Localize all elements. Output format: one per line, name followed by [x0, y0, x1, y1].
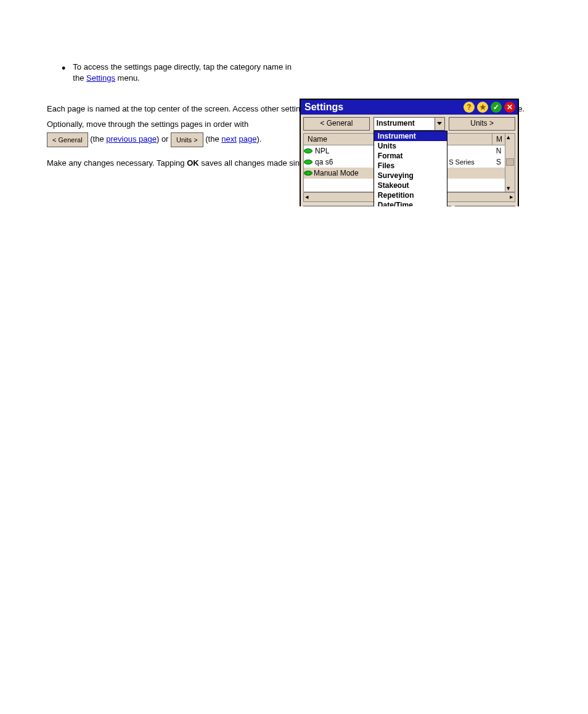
- dropdown-item[interactable]: Surveying: [374, 171, 447, 181]
- dropdown-item[interactable]: Stakeout: [374, 181, 447, 190]
- bullet-tail: menu.: [115, 73, 140, 83]
- dropdown-item[interactable]: Repetition: [374, 190, 447, 200]
- settings-link[interactable]: Settings: [86, 73, 115, 83]
- nav-prev-button[interactable]: < General: [303, 117, 370, 131]
- col-m[interactable]: M: [492, 134, 505, 145]
- ok-icon[interactable]: ✓: [491, 102, 502, 113]
- page-link[interactable]: page: [239, 134, 256, 144]
- page-dropdown[interactable]: Instrument Units Format Files Surveying …: [374, 131, 447, 206]
- bullet-text: To access the settings page directly, ta…: [73, 62, 295, 83]
- units-inline-button: Units >: [171, 132, 203, 148]
- next-link[interactable]: next: [221, 134, 237, 144]
- vertical-scrollbar[interactable]: [505, 134, 515, 192]
- combo-selected: Instrument: [374, 118, 435, 130]
- settings-screenshot: Settings ? ★ ✓ ✕ < General Instrument In…: [300, 99, 519, 206]
- instrument-settings-button[interactable]: Instrument Settings...: [303, 206, 375, 206]
- chevron-down-icon[interactable]: [435, 118, 444, 130]
- active-dot-icon: [306, 171, 311, 176]
- nav-next-button[interactable]: Units >: [449, 117, 515, 131]
- delete-button[interactable]: Delete: [455, 206, 515, 206]
- close-icon[interactable]: ✕: [504, 102, 515, 113]
- dropdown-item[interactable]: Instrument: [374, 131, 447, 141]
- page-combo[interactable]: Instrument: [374, 117, 445, 131]
- dropdown-item[interactable]: Units: [374, 141, 447, 151]
- dropdown-item[interactable]: Date/Time: [374, 200, 447, 206]
- dropdown-item[interactable]: Files: [374, 161, 447, 171]
- ok-word: OK: [187, 158, 199, 168]
- general-inline-button: < General: [47, 132, 88, 148]
- titlebar: Settings ? ★ ✓ ✕: [301, 100, 518, 115]
- bullet-glyph: •: [62, 64, 65, 73]
- star-icon[interactable]: ★: [477, 102, 488, 113]
- help-icon[interactable]: ?: [463, 102, 475, 113]
- window-title: Settings: [304, 102, 343, 113]
- previous-page-link[interactable]: previous page: [106, 134, 157, 144]
- dropdown-item[interactable]: Format: [374, 151, 447, 161]
